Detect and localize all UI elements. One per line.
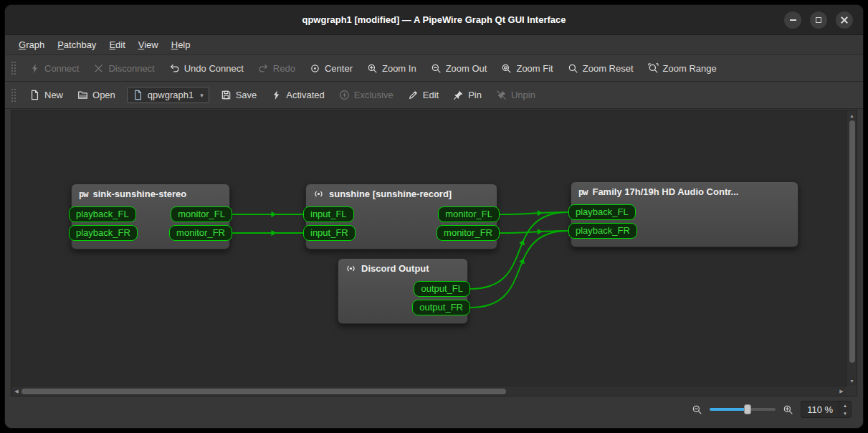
save-icon [221, 90, 232, 100]
zoom-reset-button[interactable]: Zoom Reset [561, 60, 640, 77]
node-title: pwsink-sunshine-stereo [72, 184, 229, 201]
pencil-icon [408, 90, 419, 100]
menu-edit[interactable]: Edit [102, 35, 131, 54]
node-sunshine[interactable]: sunshine [sunshine-record]input_FLmonito… [305, 184, 497, 249]
port-monitor_FL[interactable]: monitor_FL [171, 206, 232, 222]
disconnect-button[interactable]: Disconnect [87, 60, 161, 77]
toolbar-grip[interactable] [11, 61, 16, 75]
scrollbar-corner [846, 386, 857, 396]
menu-help[interactable]: Help [165, 35, 197, 54]
activated-button[interactable]: Activated [264, 86, 330, 104]
menu-graph[interactable]: Graph [12, 35, 51, 54]
port-monitor_FL[interactable]: monitor_FL [438, 206, 500, 222]
button-label: New [44, 90, 63, 100]
menu-label: Edit [109, 39, 125, 50]
pipewire-icon: pw [79, 189, 87, 199]
menu-patchbay[interactable]: Patchbay [51, 35, 102, 54]
patchbay-combo[interactable]: qpwgraph1▾ [127, 87, 209, 103]
edge-arrow [271, 211, 276, 217]
scroll-left-icon[interactable]: ◀ [11, 386, 22, 396]
title-bar[interactable]: qpwgraph1 [modified] — A PipeWire Graph … [5, 5, 863, 35]
menu-label: Graph [19, 39, 44, 50]
zoom-range-button[interactable]: Zoom Range [642, 60, 723, 77]
horizontal-scrollbar[interactable]: ◀ ▶ [11, 386, 846, 396]
port-playback_FR[interactable]: playback_FR [568, 223, 637, 239]
maximize-button[interactable] [810, 11, 827, 29]
graph-canvas[interactable]: pwsink-sunshine-stereoplayback_FLmonitor… [11, 110, 846, 386]
scroll-right-icon[interactable]: ▶ [836, 386, 846, 396]
horizontal-scroll-thumb[interactable] [22, 389, 506, 394]
patchbay-toolbar: NewOpenqpwgraph1▾SaveActivatedExclusiveE… [5, 82, 863, 109]
zoom-reset-icon [568, 63, 578, 74]
zoom-in-icon[interactable] [783, 404, 793, 415]
new-button[interactable]: New [23, 86, 70, 104]
node-sink[interactable]: pwsink-sunshine-stereoplayback_FLmonitor… [71, 184, 230, 249]
chevron-down-icon: ▾ [200, 92, 204, 99]
scroll-up-icon[interactable]: ▲ [847, 110, 857, 120]
zoom-in-button[interactable]: Zoom In [361, 60, 423, 77]
spin-up-icon[interactable]: ▲ [839, 401, 851, 409]
port-playback_FL[interactable]: playback_FL [69, 206, 136, 222]
zoom-out-icon [431, 63, 442, 74]
port-playback_FL[interactable]: playback_FL [568, 204, 636, 220]
pipewire-icon: pw [578, 187, 587, 197]
exclusive-icon [339, 90, 350, 100]
zoom-fit-button[interactable]: Zoom Fit [495, 60, 559, 77]
button-label: Zoom Reset [583, 63, 634, 74]
node-title: sunshine [sunshine-record] [306, 184, 497, 201]
port-input_FL[interactable]: input_FL [303, 206, 354, 222]
port-output_FL[interactable]: output_FL [414, 281, 470, 297]
zoom-out-button[interactable]: Zoom Out [424, 60, 494, 77]
zoom-out-icon[interactable] [692, 404, 702, 415]
unpin-button[interactable]: Unpin [490, 86, 542, 104]
connect-button[interactable]: Connect [23, 60, 85, 77]
open-button[interactable]: Open [71, 86, 122, 104]
pin-icon [453, 90, 464, 100]
spin-down-icon[interactable]: ▼ [839, 409, 851, 417]
toolbar-grip[interactable] [11, 88, 16, 103]
connect-icon [29, 63, 40, 74]
pin-button[interactable]: Pin [447, 86, 488, 104]
zoom-slider-handle[interactable] [744, 404, 751, 414]
button-label: Zoom Fit [516, 63, 553, 74]
edit-button[interactable]: Edit [401, 86, 445, 104]
port-monitor_FR[interactable]: monitor_FR [169, 225, 232, 241]
zoom-spinbox[interactable]: 110 % ▲ ▼ [801, 401, 852, 418]
port-playback_FR[interactable]: playback_FR [69, 225, 138, 241]
zoom-value: 110 % [801, 401, 839, 417]
app-window: qpwgraph1 [modified] — A PipeWire Graph … [4, 4, 864, 429]
menu-view[interactable]: View [132, 35, 165, 54]
zoom-slider[interactable] [710, 408, 776, 411]
button-label: Center [325, 63, 353, 74]
undo-connect-button[interactable]: Undo Connect [163, 60, 250, 77]
port-monitor_FR[interactable]: monitor_FR [437, 225, 500, 241]
button-label: Connect [44, 63, 79, 74]
menu-bar: GraphPatchbayEditViewHelp [5, 35, 863, 55]
save-button[interactable]: Save [214, 86, 264, 104]
scroll-down-icon[interactable]: ▼ [847, 376, 857, 386]
node-discord[interactable]: Discord Outputoutput_FLoutput_FR [338, 258, 468, 324]
button-label: Undo Connect [184, 63, 244, 74]
redo-button[interactable]: Redo [252, 60, 302, 77]
node-title-text: Family 17h/19h HD Audio Contr... [592, 186, 738, 197]
button-label: Exclusive [354, 90, 394, 100]
exclusive-button[interactable]: Exclusive [333, 86, 400, 104]
vertical-scrollbar[interactable]: ▲ ▼ [846, 110, 857, 386]
spin-arrows: ▲ ▼ [839, 401, 851, 417]
bolt-icon [271, 90, 282, 100]
minimize-button[interactable] [784, 11, 801, 29]
menu-label: Patchbay [57, 39, 96, 50]
edge-arrow [271, 230, 276, 236]
port-input_FR[interactable]: input_FR [303, 225, 356, 241]
port-output_FR[interactable]: output_FR [412, 300, 470, 315]
button-label: Zoom Range [663, 63, 717, 74]
node-family[interactable]: pwFamily 17h/19h HD Audio Contr...playba… [571, 181, 798, 247]
minimize-icon [790, 19, 796, 21]
button-label: Unpin [511, 90, 535, 100]
close-button[interactable] [836, 11, 853, 29]
center-button[interactable]: Center [303, 60, 359, 77]
maximize-icon [816, 17, 821, 23]
vertical-scroll-thumb[interactable] [849, 120, 855, 363]
combo-label: qpwgraph1 [148, 90, 194, 100]
window-title: qpwgraph1 [modified] — A PipeWire Graph … [5, 14, 863, 25]
